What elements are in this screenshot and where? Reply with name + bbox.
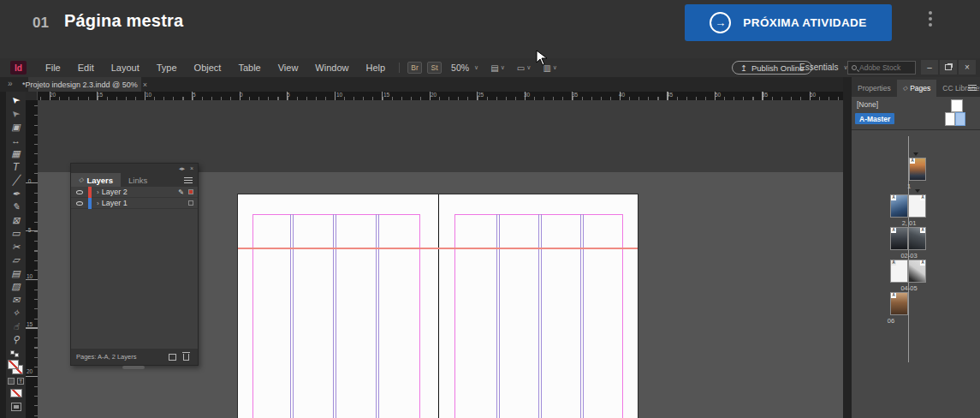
chevron-down-icon[interactable]: ∨ [526, 64, 531, 71]
search-input[interactable] [859, 63, 911, 72]
menu-edit[interactable]: Edit [69, 58, 103, 77]
menu-table[interactable]: Table [229, 58, 269, 77]
panel-collapse-icon[interactable]: ◂▸ [179, 165, 185, 171]
line-tool[interactable]: ╱ [6, 174, 26, 188]
stock-icon[interactable]: St [427, 62, 442, 74]
formatting-affects-text-toggle[interactable]: T [17, 378, 24, 385]
layer-name[interactable]: Layer 1 [102, 199, 188, 207]
minimize-button[interactable]: – [921, 60, 938, 75]
selection-tool[interactable]: ➤ [6, 94, 26, 108]
panel-resize-handle[interactable] [122, 366, 145, 369]
layer-selection-indicator[interactable] [188, 200, 193, 206]
panel-close-icon[interactable]: × [190, 165, 193, 171]
menu-object[interactable]: Object [186, 58, 230, 77]
menu-layout[interactable]: Layout [103, 58, 148, 77]
pen-indicator-icon: ✎ [178, 188, 184, 196]
close-button[interactable]: × [959, 60, 976, 75]
rectangle-tool[interactable]: ▭ [6, 227, 26, 241]
formatting-affects-container-toggle[interactable] [8, 378, 15, 385]
menu-help[interactable]: Help [357, 58, 394, 77]
master-a-thumbnail[interactable] [945, 112, 955, 126]
restore-button[interactable] [940, 60, 957, 75]
menu-window[interactable]: Window [306, 58, 357, 77]
column-guide [336, 214, 336, 418]
hand-tool[interactable]: ☝ [6, 320, 26, 334]
document-tab-title: *Projeto indesign 2.3.indd @ 50% [22, 81, 138, 89]
fill-swatch[interactable] [8, 360, 19, 369]
page-thumbnail-1[interactable]: A [909, 158, 926, 181]
chevron-down-icon[interactable]: ∨ [553, 64, 557, 71]
page-thumbnail-01[interactable]: A [908, 194, 926, 218]
content-collector-tool[interactable]: ▦ [6, 147, 26, 161]
panel-menu-icon[interactable] [184, 177, 193, 183]
page-thumbnail-05[interactable]: A [908, 260, 926, 283]
pasteboard-upper[interactable] [38, 100, 843, 172]
tab-links[interactable]: Links [121, 173, 155, 187]
page-thumbnail-04[interactable]: A [890, 260, 908, 283]
workspace-switcher[interactable]: Essentials ∨ [799, 63, 853, 72]
layer-row[interactable]: › Layer 2 ✎ [71, 187, 198, 198]
expander-icon[interactable]: › [97, 200, 99, 207]
direct-selection-tool[interactable]: ➤ [6, 108, 26, 122]
ruler-tick-label: 20 [50, 92, 56, 98]
default-fill-stroke-icon[interactable] [10, 350, 22, 357]
ruler-guide[interactable] [238, 248, 638, 249]
chevron-down-icon[interactable]: ∨ [501, 64, 505, 71]
arrange-documents-icon[interactable]: ▥ [543, 63, 550, 73]
menu-type[interactable]: Type [148, 58, 186, 77]
gap-tool[interactable]: ↔ [6, 134, 26, 148]
screen-mode-button[interactable] [11, 403, 21, 411]
type-tool[interactable]: T [6, 161, 26, 175]
layer-selection-indicator[interactable] [188, 189, 193, 194]
pencil-tool[interactable]: ✎ [6, 200, 26, 214]
tab-properties[interactable]: Properties [852, 80, 897, 97]
gradient-swatch-tool[interactable]: ▤ [6, 267, 26, 281]
page-thumbnail-02[interactable]: A [890, 227, 908, 250]
note-tool[interactable]: ✉ [6, 294, 26, 308]
tab-close-icon[interactable]: × [143, 81, 147, 89]
ruler-origin-box[interactable] [26, 92, 38, 100]
screen-mode-icon[interactable]: ▭ [517, 63, 525, 73]
page-thumbnail-06[interactable]: A [890, 292, 908, 315]
apply-none-button[interactable] [10, 389, 22, 397]
double-chevron-icon[interactable]: » [8, 79, 13, 88]
view-options-icon[interactable]: ▤ [490, 63, 498, 73]
new-layer-icon[interactable] [169, 354, 176, 361]
visibility-eye-icon[interactable] [76, 190, 83, 194]
vertical-ruler[interactable]: 0 5 10 15 20 [26, 100, 38, 418]
document-tab[interactable]: *Projeto indesign 2.3.indd @ 50% × [28, 77, 141, 92]
pen-tool[interactable]: ✒ [6, 188, 26, 201]
menu-file[interactable]: File [37, 58, 69, 77]
fill-stroke-swatches[interactable] [8, 360, 24, 374]
gradient-feather-tool[interactable]: ▨ [6, 280, 26, 294]
visibility-eye-icon[interactable] [76, 201, 83, 206]
zoom-level-select[interactable]: 50% [451, 63, 469, 73]
master-none[interactable]: [None] [857, 100, 878, 109]
zoom-tool[interactable]: ⚲ [6, 333, 26, 347]
kebab-menu-icon[interactable] [924, 11, 936, 35]
scissors-tool[interactable]: ✂ [6, 241, 26, 254]
page-thumbnail-03[interactable]: A [908, 227, 926, 250]
layer-row[interactable]: › Layer 1 [71, 198, 198, 209]
tab-layers[interactable]: ◇ Layers [71, 173, 121, 187]
page-tool[interactable]: ▣ [6, 121, 26, 134]
chevron-down-icon[interactable]: ∨ [474, 64, 478, 71]
next-activity-button[interactable]: → PRÓXIMA ATIVIDADE [685, 4, 892, 41]
eyedropper-tool[interactable]: ✧ [6, 307, 26, 320]
menu-view[interactable]: View [270, 58, 307, 77]
panel-menu-icon[interactable] [968, 85, 977, 91]
horizontal-ruler[interactable]: 20 15 10 5 0 5 10 15 20 25 30 35 40 45 5… [38, 92, 843, 100]
spread-page-left[interactable] [238, 194, 438, 418]
page-thumbnail-2[interactable]: A [890, 194, 908, 218]
frame-tool[interactable]: ⊠ [6, 214, 26, 228]
bridge-icon[interactable]: Br [407, 62, 422, 74]
master-a-selected[interactable]: A-Master [855, 113, 894, 124]
delete-layer-icon[interactable] [183, 354, 189, 361]
master-none-thumbnail[interactable] [951, 99, 963, 112]
tab-pages[interactable]: ◇ Pages [897, 80, 937, 97]
free-transform-tool[interactable]: ▱ [6, 254, 26, 267]
expander-icon[interactable]: › [97, 188, 99, 196]
layer-name[interactable]: Layer 2 [102, 188, 179, 196]
master-a-thumbnail[interactable] [955, 112, 965, 126]
dock-tabs: Properties ◇ Pages CC Libraries [852, 80, 980, 97]
